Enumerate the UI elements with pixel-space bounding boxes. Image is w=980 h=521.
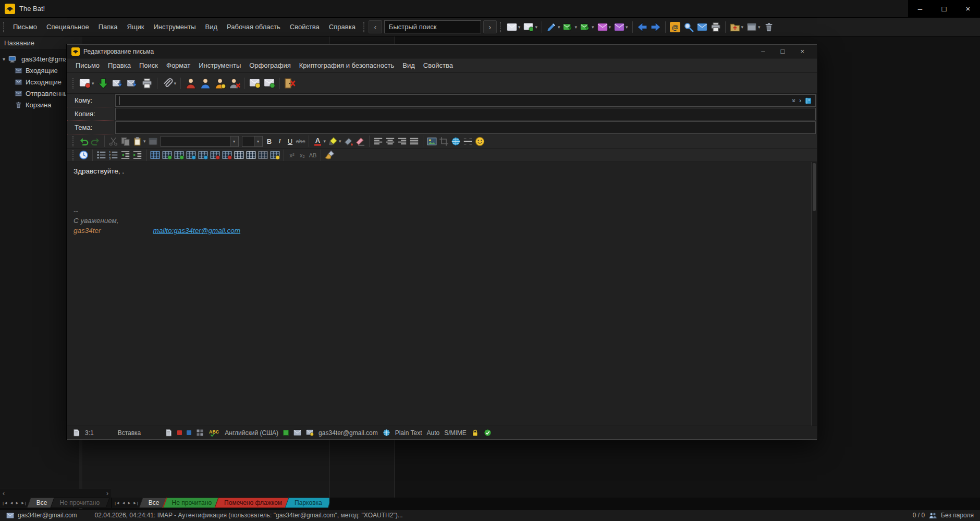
next-tab-icon[interactable]: ► xyxy=(15,501,19,505)
chevron-down-icon[interactable]: ▾ xyxy=(230,137,238,146)
compose-menu-tools[interactable]: Инструменты xyxy=(194,58,245,73)
compose-menu-properties[interactable]: Свойства xyxy=(419,58,457,73)
italic-button[interactable]: I xyxy=(275,136,285,146)
minimize-button[interactable]: – xyxy=(908,0,932,18)
menu-folder[interactable]: Папка xyxy=(94,18,123,36)
grid-icon[interactable] xyxy=(196,429,204,437)
merge-cells-button[interactable] xyxy=(233,149,245,161)
cc-input[interactable] xyxy=(115,108,816,120)
last-tab-icon[interactable]: ►| xyxy=(133,501,138,505)
new-message-with-template-button[interactable]: ▾ xyxy=(522,20,539,34)
insert-link-button[interactable] xyxy=(450,135,462,147)
insert-row-below-button[interactable] xyxy=(173,149,185,161)
format-toolbar-handle[interactable] xyxy=(72,150,75,160)
dropdown-caret-icon[interactable]: ▾ xyxy=(592,24,594,30)
recipients-remove-button[interactable] xyxy=(227,76,242,91)
insert-table-button[interactable] xyxy=(149,149,161,161)
scroll-right-icon[interactable]: › xyxy=(104,490,111,497)
bullet-list-button[interactable] xyxy=(95,149,107,161)
last-tab-icon[interactable]: ►| xyxy=(21,501,26,505)
trash-button[interactable] xyxy=(762,20,776,34)
mail-format-icon[interactable] xyxy=(293,429,301,437)
compose-print-button[interactable] xyxy=(140,76,154,91)
subscript-button[interactable]: x₂ xyxy=(297,150,308,160)
align-justify-button[interactable] xyxy=(408,135,420,147)
send-button[interactable]: ▾ xyxy=(78,76,96,91)
subject-input[interactable] xyxy=(115,121,816,134)
cell-background-button[interactable] xyxy=(269,149,281,161)
address-book-icon[interactable] xyxy=(804,97,812,105)
input-mode[interactable]: Вставка xyxy=(118,429,141,437)
compose-toolbar-handle[interactable] xyxy=(72,78,75,89)
previous-message-button[interactable] xyxy=(635,20,649,34)
prev-tab-icon[interactable]: ◄ xyxy=(9,501,14,505)
recipients-to-button[interactable] xyxy=(183,76,198,91)
compose-menu-spelling[interactable]: Орфография xyxy=(245,58,295,73)
folder-pane-hscroll[interactable]: ‹ › xyxy=(0,489,111,498)
dropdown-caret-icon[interactable]: ▾ xyxy=(574,24,577,30)
next-message-button[interactable] xyxy=(649,20,663,34)
close-editor-button[interactable] xyxy=(283,76,297,91)
first-tab-icon[interactable]: |◄ xyxy=(3,501,8,505)
search-drag-handle[interactable] xyxy=(363,22,365,32)
align-center-button[interactable] xyxy=(384,135,396,147)
scroll-left-icon[interactable]: ‹ xyxy=(0,490,7,497)
encoding-icon[interactable] xyxy=(383,429,390,437)
status-flag-red-icon[interactable] xyxy=(177,430,182,435)
autotext-button[interactable] xyxy=(78,149,90,161)
first-tab-icon[interactable]: |◄ xyxy=(115,501,120,505)
message-tab-flagged[interactable]: Помечено флажком xyxy=(216,498,290,508)
menu-message[interactable]: Письмо xyxy=(8,18,42,36)
insert-smiley-button[interactable] xyxy=(474,135,486,147)
compose-menu-edit[interactable]: Правка xyxy=(104,58,135,73)
dropdown-caret-icon[interactable]: ▾ xyxy=(92,81,94,86)
paste-special-button[interactable] xyxy=(147,135,159,147)
dispatch-mail-button[interactable]: ▾ xyxy=(579,20,596,34)
charset-label[interactable]: Auto xyxy=(426,429,439,437)
compose-close-button[interactable]: × xyxy=(800,47,804,55)
menu-workspace[interactable]: Рабочая область xyxy=(222,18,285,36)
dropdown-caret-icon[interactable]: ▾ xyxy=(758,24,761,30)
scrollbar-thumb[interactable] xyxy=(813,163,816,211)
chevron-down-icon[interactable]: ▾ xyxy=(254,137,262,146)
save-button[interactable] xyxy=(96,76,111,91)
undo-button[interactable] xyxy=(78,135,90,147)
security-label[interactable]: S/MIME xyxy=(444,429,467,437)
table-borders-button[interactable] xyxy=(257,149,269,161)
search-button[interactable] xyxy=(682,20,695,34)
check-mail-button[interactable]: ▾ xyxy=(561,20,579,34)
dropdown-caret-icon[interactable]: ▾ xyxy=(174,81,177,86)
close-button[interactable]: × xyxy=(956,0,980,18)
redo-button[interactable] xyxy=(90,135,102,147)
address-book-button[interactable]: @ xyxy=(668,20,682,34)
align-left-button[interactable] xyxy=(372,135,384,147)
toolbar-drag-handle[interactable] xyxy=(500,22,502,32)
edit-button[interactable]: ▾ xyxy=(545,20,562,34)
compose-menu-search[interactable]: Поиск xyxy=(135,58,162,73)
compose-maximize-button[interactable]: □ xyxy=(781,47,785,55)
format-label[interactable]: Plain Text xyxy=(395,429,422,437)
insert-image-button[interactable] xyxy=(426,135,438,147)
to-input[interactable]: » › xyxy=(115,94,816,107)
insert-horizontal-rule-button[interactable] xyxy=(462,135,474,147)
font-size-select[interactable]: ▾ xyxy=(242,136,263,147)
body-scrollbar[interactable] xyxy=(811,162,817,426)
dropdown-caret-icon[interactable]: ▾ xyxy=(609,24,611,30)
dropdown-caret-icon[interactable]: ▾ xyxy=(626,24,628,30)
expander-icon[interactable]: ▾ xyxy=(0,56,8,62)
message-body-area[interactable]: Здравствуйте, . -- С уважением, gas34ter… xyxy=(67,162,817,426)
menu-special[interactable]: Специальное xyxy=(42,18,94,36)
delete-column-button[interactable] xyxy=(221,149,233,161)
postpone-button[interactable] xyxy=(125,76,140,91)
compose-menu-message[interactable]: Письмо xyxy=(71,58,104,73)
bold-button[interactable]: B xyxy=(264,136,275,146)
window-list-button[interactable]: ▾ xyxy=(745,20,762,34)
attach-file-button[interactable]: ▾ xyxy=(160,76,178,91)
maximize-button[interactable]: □ xyxy=(932,0,956,18)
message-body[interactable]: Здравствуйте, . -- С уважением, gas34ter… xyxy=(67,162,817,240)
dropdown-caret-icon[interactable]: ▾ xyxy=(741,24,744,30)
menu-help[interactable]: Справка xyxy=(324,18,360,36)
next-recipient-icon[interactable]: › xyxy=(799,97,801,104)
insert-column-right-button[interactable] xyxy=(197,149,209,161)
highlight-button[interactable]: ▾ xyxy=(327,135,342,147)
